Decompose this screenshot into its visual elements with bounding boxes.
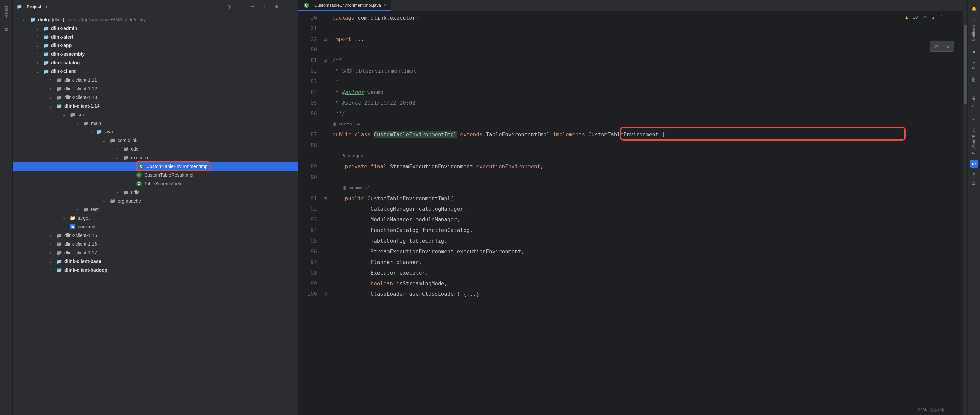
close-reader-toolbar-icon[interactable]: ×	[942, 41, 954, 51]
tree-item[interactable]: ›dlink-client-1.12	[13, 84, 298, 93]
reader-mode-toolbar: m ×	[929, 41, 954, 52]
database-icon[interactable]: 🗄	[970, 76, 978, 84]
tree-item[interactable]: ›dlink-client-1.15	[13, 231, 298, 240]
project-tree[interactable]: ⌄ dinky [dlink] ~/Desktop/workplace/BMS/…	[13, 13, 298, 415]
tree-item[interactable]: ›dlink-alert	[13, 33, 298, 41]
tree-root[interactable]: ⌄ dinky [dlink] ~/Desktop/workplace/BMS/…	[13, 15, 298, 24]
vertical-scrollbar[interactable]	[963, 11, 967, 415]
close-tab-icon[interactable]: ×	[384, 3, 387, 8]
tree-item[interactable]: ⌄src	[13, 110, 298, 119]
expand-all-icon[interactable]: ≑	[237, 3, 245, 11]
package-icon	[122, 155, 129, 160]
tree-item[interactable]: ›dlink-catalog	[13, 59, 298, 67]
locate-icon[interactable]: ◎	[225, 3, 233, 11]
root-path: ~/Desktop/workplace/BMS/code/dinky	[67, 17, 145, 22]
author-hint[interactable]: wenmo +1	[350, 185, 371, 190]
tree-item[interactable]: ›dlink-client-hadoop	[13, 266, 298, 274]
tree-item[interactable]: ›dlink-client-1.16	[13, 240, 298, 248]
tree-item[interactable]: ›dlink-client-1.17	[13, 248, 298, 257]
tree-item[interactable]: ›cdc	[13, 145, 298, 154]
src-folder-icon	[95, 129, 102, 135]
package-icon	[109, 198, 116, 204]
tree-item[interactable]: ›org.apache	[13, 196, 298, 205]
collapse-all-icon[interactable]: ≣	[249, 3, 257, 11]
project-view-chevron-icon[interactable]: ▾	[45, 4, 48, 9]
tree-item[interactable]: ›dlink-client-1.13	[13, 93, 298, 101]
package-name: com.dlink.executor	[358, 14, 415, 21]
next-problem-icon[interactable]: ˅	[950, 14, 953, 20]
target-folder-icon	[69, 215, 76, 221]
folder-icon	[56, 86, 62, 91]
structure-tool-icon[interactable]: ▦	[2, 25, 10, 33]
tree-item[interactable]: CTableSchemaField	[13, 179, 298, 188]
database-label[interactable]: Database	[972, 88, 976, 110]
tree-item[interactable]: mpom.xml	[13, 222, 298, 231]
root-name: dinky	[38, 17, 50, 22]
root-bracket: [dlink]	[52, 17, 64, 22]
inspection-widget[interactable]: ▲ 10 ✔✎ 2 ˄ ˅	[905, 14, 954, 20]
folder-icon	[83, 207, 89, 212]
bigdata-label[interactable]: Big Data Tools	[972, 126, 976, 157]
folder-icon	[56, 241, 62, 247]
hide-panel-icon[interactable]: —	[285, 3, 293, 11]
author-hint[interactable]: wenmo +4	[339, 122, 360, 127]
javadoc-text: 定制TableEnvironmentImpl	[342, 68, 417, 74]
tree-item[interactable]: ›dlink-admin	[13, 24, 298, 33]
tree-item[interactable]: ⌄executor	[13, 154, 298, 162]
bigdata-icon[interactable]: D	[970, 114, 978, 122]
class-icon: C	[135, 172, 142, 177]
tree-item[interactable]: ⌄main	[13, 119, 298, 127]
tree-item[interactable]: ⌄dlink-client	[13, 67, 298, 76]
tree-item[interactable]: ›dlink-app	[13, 41, 298, 50]
folded-body[interactable]: {...}	[463, 291, 479, 297]
class-icon: C	[135, 181, 142, 186]
constructor-name: CustomTableEnvironmentImpl	[368, 195, 450, 201]
tree-item[interactable]: ⌄dlink-client-1.14	[13, 101, 298, 110]
usages-hint[interactable]: 3 usages	[342, 154, 363, 158]
folder-icon	[56, 233, 62, 238]
notifications-label[interactable]: Notifications	[972, 17, 976, 43]
tree-item-selected[interactable]: C CustomTableEnvironmentImpl	[13, 162, 298, 171]
tree-item[interactable]: ›dlink-client-1.11	[13, 76, 298, 84]
tree-item[interactable]: ›target	[13, 214, 298, 222]
bito-icon[interactable]: ◆	[970, 48, 978, 55]
class-name: CustomTableEnvironmentImpl	[374, 131, 457, 138]
module-icon	[43, 69, 49, 74]
settings-icon[interactable]: ⚙	[273, 3, 281, 11]
prev-problem-icon[interactable]: ˄	[941, 14, 943, 20]
tree-item[interactable]: ›utils	[13, 188, 298, 196]
warning-count: 10	[913, 14, 918, 20]
code-content[interactable]: package com.dlink.executor; import ... /…	[329, 11, 967, 415]
tree-item[interactable]: ›dlink-assembly	[13, 50, 298, 59]
scroll-thumb[interactable]	[964, 25, 967, 104]
folder-icon	[56, 78, 62, 83]
reader-mode-icon[interactable]: m	[930, 41, 942, 51]
line-gutter: 2021228081828384858687888990919293949596…	[298, 11, 321, 415]
module-icon	[43, 51, 49, 57]
package-icon	[122, 146, 129, 152]
maven-icon[interactable]: m	[970, 160, 978, 168]
editor-tab[interactable]: C CustomTableEnvironmentImpl.java ×	[298, 0, 391, 11]
package-icon	[109, 138, 116, 143]
folded-imports[interactable]: ...	[355, 36, 364, 42]
project-icon	[16, 4, 22, 9]
editor-body[interactable]: 2021228081828384858687888990919293949596…	[298, 11, 967, 415]
module-icon	[43, 25, 49, 31]
module-icon	[29, 17, 36, 22]
project-panel-title[interactable]: Project	[27, 4, 41, 9]
bito-label[interactable]: Bito	[972, 59, 976, 72]
notifications-bell-icon[interactable]: 🔔	[970, 5, 978, 13]
javadoc-tag: @since	[342, 100, 361, 106]
tree-item[interactable]: ›test	[13, 205, 298, 214]
editor-area: C CustomTableEnvironmentImpl.java × ⋮ 20…	[298, 0, 967, 415]
tree-item[interactable]: ⌄java	[13, 127, 298, 136]
fold-column[interactable]: ⊟⊟⊟⊟	[321, 11, 329, 415]
right-tool-strip: 🔔 Notifications ◆ Bito 🗄 Database D Big …	[967, 0, 980, 415]
tree-item[interactable]: ⌄com.dlink	[13, 136, 298, 145]
tree-item[interactable]: ›dlink-client-base	[13, 257, 298, 266]
tab-overflow-icon[interactable]: ⋮	[954, 0, 967, 11]
maven-label[interactable]: Maven	[972, 170, 976, 188]
tree-item[interactable]: CCustomTableResultImpl	[13, 171, 298, 179]
project-tool-label[interactable]: Project	[4, 3, 9, 21]
keyword: import	[332, 36, 355, 42]
